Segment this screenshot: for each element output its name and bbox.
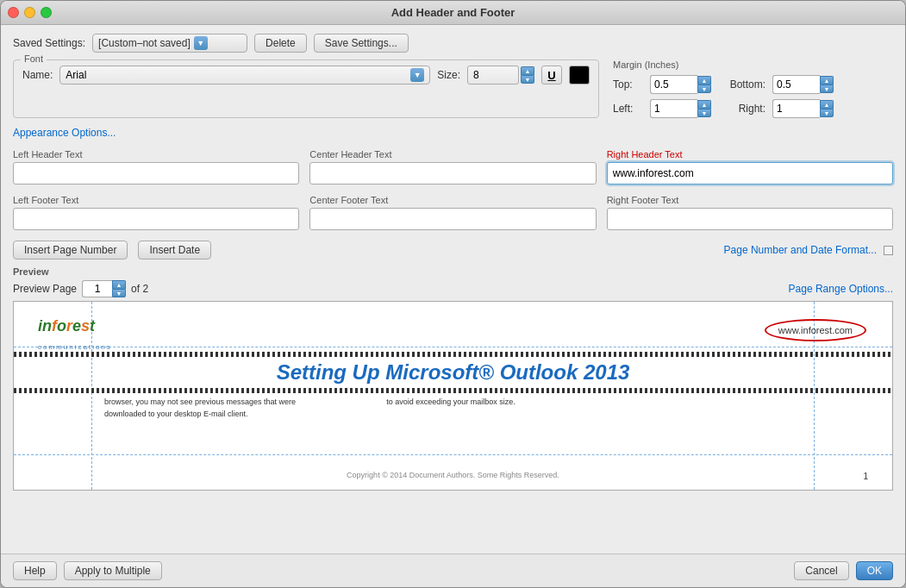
- preview-of-label: of 2: [131, 283, 148, 295]
- font-size-input[interactable]: [467, 66, 519, 84]
- apply-multiple-button[interactable]: Apply to Multiple: [64, 561, 162, 580]
- bottom-buttons: Help Apply to Multiple Cancel OK: [1, 554, 905, 587]
- preview-body-text: browser, you may not see previous messag…: [104, 397, 840, 420]
- font-section-label: Font: [21, 53, 47, 64]
- logo-r: r: [66, 317, 72, 335]
- insert-page-number-button[interactable]: Insert Page Number: [13, 241, 128, 260]
- saved-settings-row: Saved Settings: [Custom–not saved] ▼ Del…: [13, 34, 893, 53]
- page-range-options-link[interactable]: Page Range Options...: [789, 283, 893, 295]
- margin-top-up[interactable]: ▲: [697, 76, 711, 84]
- margin-left-up[interactable]: ▲: [697, 100, 711, 109]
- minimize-button[interactable]: [24, 7, 35, 18]
- right-footer-label: Right Footer Text: [607, 195, 893, 205]
- font-size-stepper: ▲ ▼: [521, 66, 534, 84]
- title-bar: Add Header and Footer: [1, 1, 905, 25]
- preview-header-right-text: www.inforest.com: [765, 319, 866, 341]
- saved-settings-label: Saved Settings:: [13, 37, 85, 49]
- preview-page-label: Preview Page: [13, 283, 77, 295]
- preview-title: Setting Up Microsoft® Outlook 2013: [14, 360, 892, 385]
- margin-top-input[interactable]: [650, 75, 697, 94]
- preview-page-number: 1: [863, 472, 868, 481]
- insert-buttons-row: Insert Page Number Insert Date Page Numb…: [13, 241, 893, 260]
- margin-right-input[interactable]: [772, 99, 820, 118]
- margin-right-input-wrap: ▲ ▼: [772, 99, 834, 118]
- saved-settings-dropdown[interactable]: [Custom–not saved] ▼: [92, 34, 247, 53]
- preview-page-down[interactable]: ▼: [112, 289, 126, 297]
- margin-left-input[interactable]: [650, 99, 697, 118]
- underline-button[interactable]: U: [541, 66, 562, 84]
- margin-section: Margin (Inches) Top: ▲ ▼ Bottom:: [613, 59, 893, 118]
- margin-top-label: Top:: [613, 78, 643, 91]
- close-button[interactable]: [8, 7, 19, 18]
- margin-right-up[interactable]: ▲: [820, 100, 834, 109]
- page-number-date-format-link[interactable]: Page Number and Date Format...: [724, 244, 877, 256]
- font-name-value: Arial: [66, 69, 86, 81]
- left-header-label: Left Header Text: [13, 149, 299, 160]
- logo-e: e: [72, 317, 81, 335]
- preview-footer-text: Copyright © 2014 Document Authors. Some …: [14, 471, 892, 479]
- body-text-1: browser, you may not see previous messag…: [104, 397, 296, 406]
- center-header-input[interactable]: [309, 162, 596, 185]
- insert-date-button[interactable]: Insert Date: [138, 241, 211, 260]
- preview-canvas: inforest communications www.inforest.com…: [13, 301, 893, 491]
- center-footer-input[interactable]: [309, 208, 596, 230]
- body-text-2: downloaded to your desktop E-mail client…: [104, 410, 248, 418]
- font-size-down-button[interactable]: ▼: [521, 75, 534, 84]
- font-size-input-wrap: ▲ ▼: [467, 66, 534, 84]
- footer-fields-grid: Left Footer Text Center Footer Text Righ…: [13, 195, 893, 230]
- margin-right-down[interactable]: ▼: [820, 109, 834, 117]
- left-footer-input[interactable]: [13, 208, 299, 230]
- cancel-button[interactable]: Cancel: [794, 561, 848, 580]
- preview-label: Preview: [13, 266, 893, 277]
- margin-top-down[interactable]: ▼: [697, 84, 711, 93]
- main-content: Saved Settings: [Custom–not saved] ▼ Del…: [1, 25, 905, 554]
- font-color-swatch[interactable]: [569, 66, 590, 84]
- margin-left-down[interactable]: ▼: [697, 109, 711, 117]
- margin-top-row: Top: ▲ ▼ Bottom: ▲ ▼: [613, 75, 893, 94]
- right-footer-input[interactable]: [607, 208, 893, 230]
- left-header-input[interactable]: [13, 162, 299, 185]
- right-header-input[interactable]: [607, 162, 893, 185]
- margin-bottom-down[interactable]: ▼: [820, 84, 834, 93]
- window-title: Add Header and Footer: [391, 6, 515, 19]
- header-guide: [14, 347, 892, 347]
- logo-o: o: [57, 317, 66, 335]
- delete-button[interactable]: Delete: [254, 34, 307, 53]
- font-row: Name: Arial ▼ Size: ▲ ▼ U: [22, 66, 590, 84]
- preview-page-up[interactable]: ▲: [112, 280, 126, 289]
- margin-top-stepper: ▲ ▼: [697, 76, 711, 93]
- right-header-cell: Right Header Text: [607, 149, 893, 185]
- left-header-cell: Left Header Text: [13, 149, 299, 185]
- appearance-options-link[interactable]: Appearance Options...: [13, 127, 893, 139]
- margin-bottom-input[interactable]: [772, 75, 820, 94]
- preview-page-input[interactable]: [82, 280, 112, 297]
- wavy-line-top: [14, 352, 892, 357]
- help-button[interactable]: Help: [13, 561, 57, 580]
- traffic-lights: [8, 7, 52, 18]
- margin-section-label: Margin (Inches): [613, 59, 893, 70]
- font-select-arrow-icon: ▼: [410, 68, 424, 82]
- font-size-up-button[interactable]: ▲: [521, 66, 534, 75]
- wavy-line-bottom: [14, 388, 892, 393]
- margin-left-input-wrap: ▲ ▼: [650, 99, 711, 118]
- maximize-button[interactable]: [41, 7, 52, 18]
- save-settings-button[interactable]: Save Settings...: [314, 34, 409, 53]
- header-fields-grid: Left Header Text Center Header Text Righ…: [13, 149, 893, 185]
- margin-left-label: Left:: [613, 103, 643, 115]
- ok-button[interactable]: OK: [856, 561, 893, 580]
- format-checkbox[interactable]: [884, 246, 893, 255]
- center-header-label: Center Header Text: [309, 149, 596, 160]
- margin-right-label: Right:: [718, 103, 765, 115]
- font-name-select[interactable]: Arial ▼: [59, 66, 430, 84]
- preview-page-stepper: ▲ ▼: [112, 280, 126, 297]
- left-footer-cell: Left Footer Text: [13, 195, 299, 230]
- margin-bottom-up[interactable]: ▲: [820, 76, 834, 84]
- margin-top-input-wrap: ▲ ▼: [650, 75, 711, 94]
- center-footer-label: Center Footer Text: [309, 195, 596, 205]
- body-text-3: to avoid exceeding your mailbox size.: [386, 397, 515, 406]
- font-name-label: Name:: [22, 69, 53, 81]
- font-section: Font Name: Arial ▼ Size: ▲ ▼: [13, 59, 599, 118]
- preview-page-input-wrap: ▲ ▼: [82, 280, 126, 297]
- logo-subtitle: communications: [38, 343, 112, 351]
- bottom-right-buttons: Cancel OK: [794, 561, 893, 580]
